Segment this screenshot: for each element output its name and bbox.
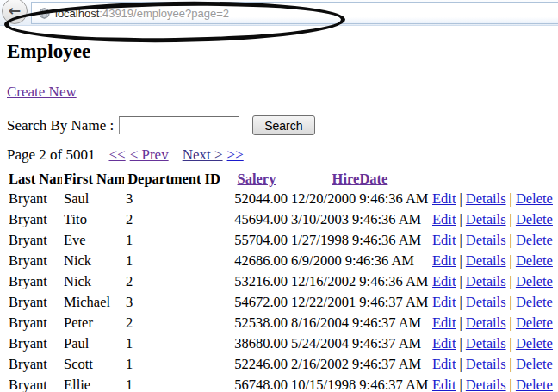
details-link[interactable]: Details bbox=[466, 252, 506, 269]
url-host: localhost bbox=[55, 7, 99, 20]
details-link[interactable]: Details bbox=[466, 190, 506, 207]
details-link[interactable]: Details bbox=[466, 314, 506, 331]
cell-salary: 55704.00 bbox=[224, 230, 289, 251]
delete-link[interactable]: Delete bbox=[516, 273, 553, 289]
cell-first-name: Saul bbox=[62, 189, 124, 209]
edit-link[interactable]: Edit bbox=[432, 314, 456, 331]
separator: | bbox=[456, 190, 466, 207]
cell-first-name: Tito bbox=[62, 209, 124, 230]
delete-link[interactable]: Delete bbox=[516, 252, 553, 269]
create-new-link[interactable]: Create New bbox=[7, 84, 77, 101]
cell-salary: 52538.00 bbox=[224, 313, 289, 333]
employee-table: Last Name First Name Department ID Saler… bbox=[7, 170, 555, 392]
search-input[interactable] bbox=[119, 116, 239, 134]
header-last-name: Last Name bbox=[7, 170, 62, 189]
delete-link[interactable]: Delete bbox=[516, 232, 553, 248]
edit-link[interactable]: Edit bbox=[432, 376, 456, 392]
cell-hire-date: 10/15/1998 9:46:37 AM bbox=[289, 375, 431, 392]
edit-link[interactable]: Edit bbox=[432, 273, 456, 289]
cell-department-id: 1 bbox=[124, 333, 224, 354]
cell-first-name: Scott bbox=[62, 354, 124, 375]
delete-link[interactable]: Delete bbox=[516, 211, 553, 227]
cell-department-id: 2 bbox=[124, 313, 224, 333]
table-row: Bryant Nick 2 53216.00 12/16/2002 9:46:3… bbox=[7, 271, 555, 292]
delete-link[interactable]: Delete bbox=[516, 294, 553, 310]
cell-first-name: Ellie bbox=[62, 375, 124, 392]
cell-last-name: Bryant bbox=[7, 271, 62, 292]
cell-actions: Edit|Details|Delete bbox=[431, 354, 555, 375]
cell-last-name: Bryant bbox=[7, 375, 62, 392]
edit-link[interactable]: Edit bbox=[432, 232, 456, 248]
delete-link[interactable]: Delete bbox=[516, 335, 553, 352]
prev-page-link[interactable]: < Prev bbox=[130, 146, 169, 164]
cell-department-id: 1 bbox=[124, 375, 224, 392]
separator: | bbox=[506, 376, 516, 392]
details-link[interactable]: Details bbox=[466, 376, 506, 392]
details-link[interactable]: Details bbox=[466, 232, 506, 248]
separator: | bbox=[456, 294, 466, 310]
cell-department-id: 2 bbox=[124, 209, 224, 230]
header-actions bbox=[431, 170, 555, 189]
separator: | bbox=[506, 232, 516, 248]
cell-actions: Edit|Details|Delete bbox=[431, 209, 555, 230]
cell-actions: Edit|Details|Delete bbox=[431, 375, 555, 392]
details-link[interactable]: Details bbox=[466, 335, 506, 352]
salary-sort-link[interactable]: Salery bbox=[238, 171, 276, 187]
cell-hire-date: 6/9/2000 9:46:36 AM bbox=[289, 251, 431, 271]
header-salary-sort: Salery bbox=[224, 170, 289, 189]
employee-table-body: Bryant Saul 3 52044.00 12/20/2000 9:46:3… bbox=[7, 189, 555, 392]
edit-link[interactable]: Edit bbox=[432, 356, 456, 372]
delete-link[interactable]: Delete bbox=[516, 190, 553, 207]
edit-link[interactable]: Edit bbox=[432, 190, 456, 207]
edit-link[interactable]: Edit bbox=[432, 335, 456, 352]
cell-department-id: 3 bbox=[124, 292, 224, 313]
separator: | bbox=[506, 335, 516, 352]
delete-link[interactable]: Delete bbox=[516, 314, 553, 331]
cell-hire-date: 12/20/2000 9:46:36 AM bbox=[289, 189, 431, 209]
separator: | bbox=[506, 294, 516, 310]
cell-salary: 54672.00 bbox=[224, 292, 289, 313]
table-row: Bryant Nick 1 42686.00 6/9/2000 9:46:36 … bbox=[7, 251, 555, 271]
separator: | bbox=[456, 273, 466, 289]
search-button[interactable]: Search bbox=[252, 115, 314, 135]
edit-link[interactable]: Edit bbox=[432, 294, 456, 310]
cell-last-name: Bryant bbox=[7, 313, 62, 333]
separator: | bbox=[456, 211, 466, 227]
address-bar[interactable]: localhost:43919/employee?page=2 bbox=[31, 2, 558, 24]
cell-department-id: 1 bbox=[124, 230, 224, 251]
delete-link[interactable]: Delete bbox=[516, 356, 553, 372]
cell-hire-date: 5/24/2004 9:46:37 AM bbox=[289, 333, 431, 354]
table-row: Bryant Eve 1 55704.00 1/27/1998 9:46:36 … bbox=[7, 230, 555, 251]
cell-salary: 53216.00 bbox=[224, 271, 289, 292]
details-link[interactable]: Details bbox=[466, 356, 506, 372]
cell-salary: 45694.00 bbox=[224, 209, 289, 230]
next-page-link[interactable]: Next > bbox=[183, 146, 223, 164]
cell-hire-date: 2/16/2002 9:46:37 AM bbox=[289, 354, 431, 375]
details-link[interactable]: Details bbox=[466, 294, 506, 310]
back-button[interactable]: ← bbox=[2, 0, 28, 24]
header-first-name: First Name bbox=[62, 170, 124, 189]
edit-link[interactable]: Edit bbox=[432, 211, 456, 227]
separator: | bbox=[506, 211, 516, 227]
separator: | bbox=[506, 314, 516, 331]
page-title: Employee bbox=[7, 40, 551, 63]
cell-hire-date: 12/16/2002 9:46:36 AM bbox=[289, 271, 431, 292]
pagination: Page 2 of 5001 << < Prev Next > >> bbox=[7, 146, 551, 164]
cell-actions: Edit|Details|Delete bbox=[431, 333, 555, 354]
cell-salary: 52044.00 bbox=[224, 189, 289, 209]
search-label: Search By Name : bbox=[7, 117, 114, 134]
separator: | bbox=[456, 314, 466, 331]
details-link[interactable]: Details bbox=[466, 211, 506, 227]
hiredate-sort-link[interactable]: HireDate bbox=[332, 171, 388, 187]
delete-link[interactable]: Delete bbox=[516, 376, 553, 392]
cell-last-name: Bryant bbox=[7, 292, 62, 313]
cell-actions: Edit|Details|Delete bbox=[431, 230, 555, 251]
edit-link[interactable]: Edit bbox=[432, 252, 456, 269]
cell-first-name: Nick bbox=[62, 271, 124, 292]
separator: | bbox=[456, 252, 466, 269]
cell-last-name: Bryant bbox=[7, 251, 62, 271]
details-link[interactable]: Details bbox=[466, 273, 506, 289]
first-page-link[interactable]: << bbox=[108, 146, 125, 164]
separator: | bbox=[506, 252, 516, 269]
last-page-link[interactable]: >> bbox=[227, 146, 244, 164]
